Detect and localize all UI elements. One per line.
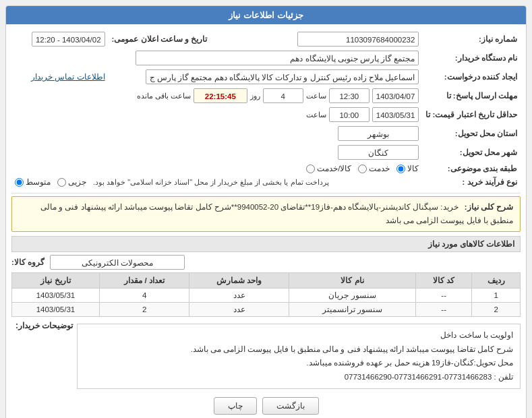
row-namdastgah: نام دستگاه خریدار: مجتمع گاز پارس جنوبی …: [11, 49, 521, 67]
farayand-radio-group: متوسط جزیی: [15, 177, 86, 187]
tozih-label: توضیحات خریدار:: [16, 321, 73, 330]
radio-jozi[interactable]: جزیی: [57, 177, 86, 187]
mohlat-saat-label: ساعت: [306, 92, 326, 100]
cell-kod: --: [416, 303, 472, 317]
tozih-line4: تلفن : 07731466283-07731466291-077314662…: [84, 370, 513, 384]
ostan-value: بوشهر: [338, 126, 419, 141]
jadaval-label: حداقل تاریخ اعتبار قیمت: تا: [422, 105, 521, 124]
main-card: جزئیات اطلاعات نیاز شماره نیاز: 11030976…: [5, 5, 527, 418]
back-button[interactable]: بازگشت: [262, 397, 319, 415]
radio-kala-label: کالا: [407, 164, 419, 173]
row-tabaghe: طبقه بندی موضوعی: کالا/خدمت خدمت: [11, 162, 521, 175]
tabaghe-label: طبقه بندی موضوعی:: [422, 162, 521, 175]
mohlat-remaining: 22:15:45: [194, 88, 247, 103]
tabaghe-radio-group: کالا/خدمت خدمت کالا: [306, 164, 419, 173]
group-value: محصولات الکترونیکی: [50, 255, 185, 270]
cell-tedad: 4: [99, 289, 189, 303]
cell-name: سنسور جریان: [289, 289, 416, 303]
table-header-row: ردیف کد کالا نام کالا واحد شمارش تعداد /…: [12, 273, 521, 289]
shahr-value: کنگان: [338, 145, 419, 160]
ostan-label: استان محل تحویل:: [422, 124, 521, 143]
print-button[interactable]: چاپ: [214, 397, 257, 415]
farayand-note: پرداخت تمام یا بخشی از مبلغ خریدار از مح…: [93, 178, 329, 187]
cell-radif: 2: [472, 303, 521, 317]
mohlat-date: 1403/04/07: [372, 88, 419, 103]
cell-name: سنسور ترانسمیتر: [289, 303, 416, 317]
tarikh-elan-label: تاریخ و ساعت اعلان عمومی:: [109, 30, 221, 49]
mohlat-days: 4: [263, 88, 303, 103]
sharh-label: شرح کلی نیاز:: [465, 203, 513, 211]
radio-kala-khedmat-label: کالا/خدمت: [317, 164, 351, 173]
col-kod: کد کالا: [416, 273, 472, 289]
col-name: نام کالا: [289, 273, 416, 289]
col-vahed: واحد شمارش: [189, 273, 289, 289]
row-shahr: شهر محل تحویل: کنگان: [11, 143, 521, 162]
tozih-section: توضیحات خریدار: اولویت با ساخت داخل شرح …: [11, 321, 521, 392]
row-mohlat: مهلت ارسال پاسخ: تا ساعت باقی مانده 22:1…: [11, 86, 521, 105]
farayand-label: نوع فرآیند خرید :: [422, 175, 521, 189]
ijad-value: اسماعیل ملاح زاده رئیس کنترل و تداركات ک…: [146, 69, 419, 84]
cell-vahed: عدد: [189, 289, 289, 303]
namdastgah-value: مجتمع گاز پارس جنوبی پالایشگاه دهم: [136, 51, 419, 65]
table-row: 2--سنسور ترانسمیترعدد21403/05/31: [12, 303, 521, 317]
radio-kala[interactable]: کالا: [396, 164, 419, 173]
page-title: جزئیات اطلاعات نیاز: [229, 10, 303, 20]
tarikh-elan-value: 1403/04/02 - 12:20: [32, 32, 105, 47]
card-header: جزئیات اطلاعات نیاز: [6, 6, 526, 24]
kala-table: ردیف کد کالا نام کالا واحد شمارش تعداد /…: [11, 272, 521, 317]
btn-area: بازگشت چاپ: [11, 397, 521, 415]
cell-radif: 1: [472, 289, 521, 303]
group-kala-row: گروه کالا: محصولات الکترونیکی: [11, 255, 521, 270]
divider-1: [11, 193, 521, 193]
row-farayand: نوع فرآیند خرید : متوسط جزیی: [11, 175, 521, 189]
col-tarikh: تاریخ نیاز: [12, 273, 100, 289]
cell-tedad: 2: [99, 303, 189, 317]
tozih-line1: اولویت با ساخت داخل: [84, 328, 513, 342]
mohlat-time: 12:30: [329, 88, 370, 103]
cell-vahed: عدد: [189, 303, 289, 317]
radio-khedmat-label: خدمت: [369, 164, 390, 173]
sharh-box: شرح کلی نیاز: خرید: سیگنال کاندیشنر-پالا…: [11, 196, 521, 232]
jadaval-date: 1403/05/31: [372, 107, 419, 122]
row-ijad: ایجاد کننده درخواست: اسماعیل ملاح زاده ر…: [11, 67, 521, 86]
cell-kod: --: [416, 289, 472, 303]
mohlat-label: مهلت ارسال پاسخ: تا: [422, 86, 521, 105]
page-container: جزئیات اطلاعات نیاز شماره نیاز: 11030976…: [0, 0, 532, 418]
row-shomare: شماره نیاز: 1103097684000232 تاریخ و ساع…: [11, 30, 521, 49]
tozih-box: اولویت با ساخت داخل شرح کامل تقاضا پیوست…: [77, 324, 521, 389]
jadaval-time: 10:00: [329, 107, 370, 122]
col-tedad: تعداد / مقدار: [99, 273, 189, 289]
shomare-value: 1103097684000232: [297, 32, 419, 47]
table-row: 1--سنسور جریانعدد41403/05/31: [12, 289, 521, 303]
shomare-label: شماره نیاز:: [422, 30, 521, 49]
cell-tarikh: 1403/05/31: [12, 289, 100, 303]
row-ostan: استان محل تحویل: بوشهر: [11, 124, 521, 143]
cell-tarikh: 1403/05/31: [12, 303, 100, 317]
shahr-label: شهر محل تحویل:: [422, 143, 521, 162]
radio-khedmat[interactable]: خدمت: [358, 164, 390, 173]
radio-jozi-label: جزیی: [68, 177, 86, 187]
ijad-link[interactable]: اطلاعات تماس خریدار: [31, 73, 105, 81]
tozih-line3: محل تحویل:کنگان-فاز19 هزینه حمل بر عهده …: [84, 356, 513, 370]
radio-khedmat-input[interactable]: [358, 165, 367, 173]
col-radif: ردیف: [472, 273, 521, 289]
card-body: شماره نیاز: 1103097684000232 تاریخ و ساع…: [6, 24, 526, 418]
ijad-label: ایجاد کننده درخواست:: [422, 67, 521, 86]
radio-motavasset[interactable]: متوسط: [15, 177, 51, 187]
row-jadaval: حداقل تاریخ اعتبار قیمت: تا ساعت 10:00 1…: [11, 105, 521, 124]
sharh-value: خرید: سیگنال کاندیشنر-پالایشگاه دهم-فاز1…: [40, 203, 513, 225]
radio-jozi-input[interactable]: [57, 178, 66, 187]
mohlat-roz-label: روز: [250, 92, 260, 100]
mohlat-remaining-label: ساعت باقی مانده: [137, 92, 191, 100]
radio-kala-khedmat-input[interactable]: [306, 165, 315, 173]
group-label: گروه کالا:: [11, 258, 45, 267]
radio-kala-khedmat[interactable]: کالا/خدمت: [306, 164, 351, 173]
radio-kala-input[interactable]: [396, 165, 405, 173]
namdastgah-label: نام دستگاه خریدار:: [422, 49, 521, 67]
radio-motavasset-input[interactable]: [15, 178, 24, 187]
jadaval-saat-label: ساعت: [306, 111, 326, 119]
etelaat-section-title: اطلاعات کالاهای مورد نیاز: [11, 236, 521, 252]
info-table: شماره نیاز: 1103097684000232 تاریخ و ساع…: [11, 30, 521, 189]
tozih-line2: شرح کامل تقاضا پیوست میباشد ارائه پیشنها…: [84, 342, 513, 357]
radio-motavasset-label: متوسط: [26, 177, 51, 187]
